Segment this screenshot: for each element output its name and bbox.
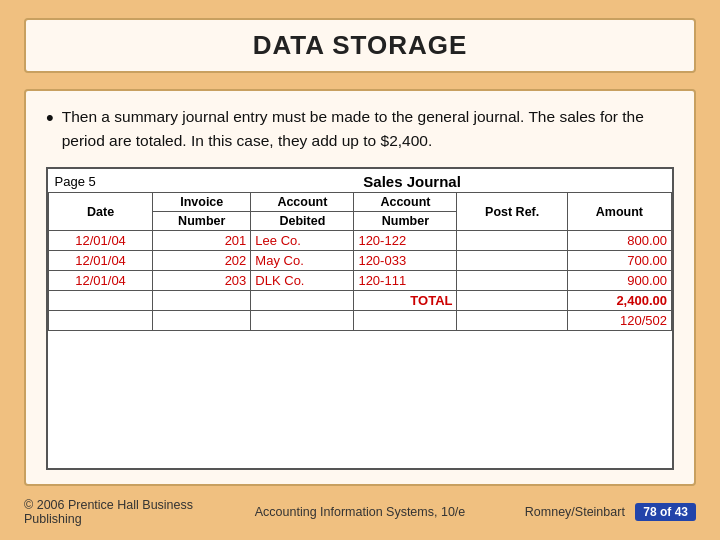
table-row: 12/01/04 202 May Co. 120-033 700.00 bbox=[49, 251, 672, 271]
table-row: 12/01/04 203 DLK Co. 120-111 900.00 bbox=[49, 271, 672, 291]
bullet-paragraph: • Then a summary journal entry must be m… bbox=[46, 105, 674, 153]
content-box: • Then a summary journal entry must be m… bbox=[24, 89, 696, 486]
journal-title: Sales Journal bbox=[363, 173, 461, 190]
page-badge: 78 of 43 bbox=[635, 503, 696, 521]
footer: © 2006 Prentice Hall Business Publishing… bbox=[24, 498, 696, 526]
footer-center: Accounting Information Systems, 10/e bbox=[248, 505, 472, 519]
table-row: 12/01/04 201 Lee Co. 120-122 800.00 bbox=[49, 231, 672, 251]
page-label: Page 5 bbox=[49, 169, 153, 193]
footer-left: © 2006 Prentice Hall Business Publishing bbox=[24, 498, 248, 526]
title-box: DATA STORAGE bbox=[24, 18, 696, 73]
footer-right: Romney/Steinbart 78 of 43 bbox=[472, 505, 696, 519]
total-row: TOTAL 2,400.00 bbox=[49, 291, 672, 311]
journal-table: Page 5 Sales Journal Date Invoice Accoun… bbox=[48, 169, 672, 331]
header-row: Date Invoice Account Account Post Ref. A… bbox=[49, 193, 672, 212]
bullet-text: Then a summary journal entry must be mad… bbox=[62, 105, 674, 153]
journal-title-row: Page 5 Sales Journal bbox=[49, 169, 672, 193]
empty-row: 120/502 bbox=[49, 311, 672, 331]
slide-title: DATA STORAGE bbox=[26, 30, 694, 61]
bullet-icon: • bbox=[46, 105, 54, 131]
journal-wrapper: Page 5 Sales Journal Date Invoice Accoun… bbox=[46, 167, 674, 470]
